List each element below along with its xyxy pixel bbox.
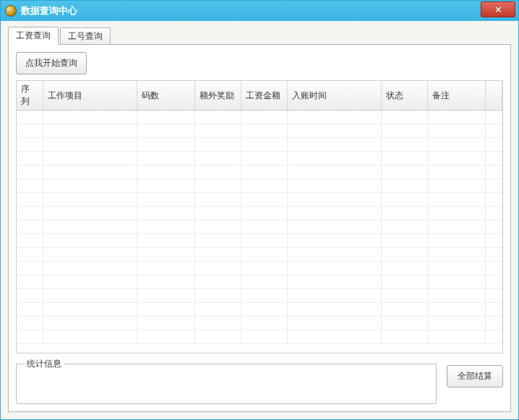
table-row[interactable] [17,111,502,124]
table-row[interactable] [17,152,502,166]
table-row[interactable] [17,193,502,207]
table-row[interactable] [17,124,502,138]
titlebar: 数据查询中心 ✕ [1,1,518,21]
table-row[interactable] [17,166,502,179]
table-row[interactable] [17,275,502,289]
col-remark[interactable]: 备注 [427,81,485,111]
col-status[interactable]: 状态 [381,81,427,111]
tab-bar: 工资查询 工号查询 [8,27,511,44]
stats-groupbox: 统计信息 [16,364,437,404]
title-left: 数据查询中心 [5,4,77,17]
content-area: 工资查询 工号查询 点我开始查询 [1,21,518,419]
close-button[interactable]: ✕ [481,1,515,17]
table-row[interactable] [17,248,502,262]
app-icon [5,5,17,17]
close-icon: ✕ [494,5,502,14]
table-row[interactable] [17,330,502,344]
settle-all-button[interactable]: 全部结算 [447,365,503,387]
col-seq[interactable]: 序列 [17,81,43,111]
table-row[interactable] [17,262,502,275]
data-table-wrapper: 序列 工作项目 码数 额外奖励 工资金额 入账时间 状态 备注 [16,80,503,353]
col-amount[interactable]: 工资金额 [241,81,287,111]
table-row[interactable] [17,207,502,220]
table-row[interactable] [17,303,502,317]
tab-jobno-query[interactable]: 工号查询 [60,27,111,45]
col-time[interactable]: 入账时间 [287,81,381,111]
start-query-button[interactable]: 点我开始查询 [16,52,87,74]
tab-salary-query[interactable]: 工资查询 [8,27,59,45]
table-row[interactable] [17,289,502,303]
table-row[interactable] [17,317,502,330]
table-body [17,111,502,344]
window-title: 数据查询中心 [21,4,77,17]
col-bonus[interactable]: 额外奖励 [194,81,241,111]
stats-legend: 统计信息 [24,358,64,370]
tab-panel-salary: 点我开始查询 [8,44,511,412]
data-table: 序列 工作项目 码数 额外奖励 工资金额 入账时间 状态 备注 [17,81,502,344]
col-filler [485,81,502,111]
table-header-row: 序列 工作项目 码数 额外奖励 工资金额 入账时间 状态 备注 [17,81,502,111]
col-project[interactable]: 工作项目 [43,81,137,111]
bottom-row: 统计信息 全部结算 [16,364,503,404]
table-row[interactable] [17,234,502,248]
table-row[interactable] [17,220,502,234]
app-window: 数据查询中心 ✕ 工资查询 工号查询 点我开始查询 [0,0,519,420]
table-row[interactable] [17,138,502,152]
col-code[interactable]: 码数 [137,81,194,111]
table-row[interactable] [17,179,502,193]
